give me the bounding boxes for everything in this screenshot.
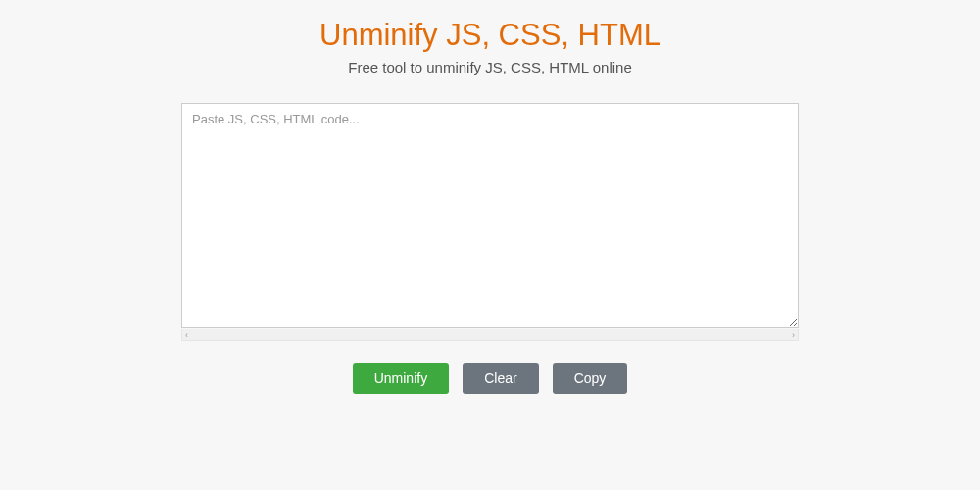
main-container: Unminify JS, CSS, HTML Free tool to unmi…: [167, 0, 813, 394]
copy-button[interactable]: Copy: [553, 363, 628, 394]
code-input[interactable]: [181, 103, 799, 328]
unminify-button[interactable]: Unminify: [353, 363, 449, 394]
scroll-right-icon: ›: [792, 330, 795, 340]
page-title: Unminify JS, CSS, HTML: [167, 18, 813, 53]
clear-button[interactable]: Clear: [463, 363, 538, 394]
page-subtitle: Free tool to unminify JS, CSS, HTML onli…: [167, 59, 813, 75]
scroll-left-icon: ‹: [185, 330, 188, 340]
editor-wrapper: [181, 103, 799, 332]
scrollbar-hint: ‹ ›: [181, 329, 799, 341]
button-row: Unminify Clear Copy: [167, 363, 813, 394]
